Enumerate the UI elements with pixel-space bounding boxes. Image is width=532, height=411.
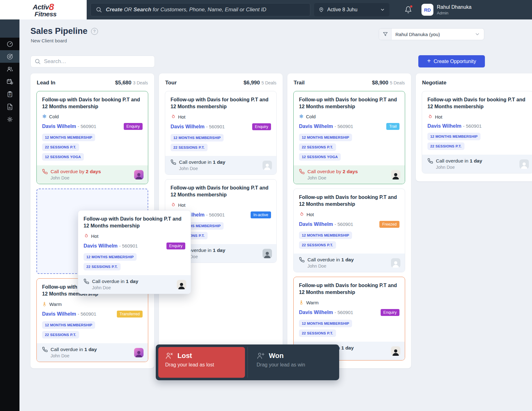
temperature-label: Hot — [178, 202, 185, 208]
call-status-text: Call overdue by 2 days — [307, 169, 358, 174]
opportunity-card[interactable]: Follow-up with Davis for booking P.T and… — [165, 91, 277, 175]
opportunity-card[interactable]: Follow-up with Davis for booking P.T and… — [293, 189, 405, 272]
temperature-indicator: ❄Cold — [42, 114, 143, 119]
app-logo: Activ8 Fitness — [0, 0, 87, 19]
contact-id: - 560901 — [119, 243, 138, 248]
snowflake-icon: ❄ — [42, 114, 46, 119]
membership-tag: 22 SESSIONS P.T. — [299, 329, 336, 337]
tags-list: 12 MONTHS MEMBERSHIP22 SESSIONS P.T. — [299, 232, 399, 249]
contact-id: - 560901 — [78, 311, 96, 317]
contact-name-link[interactable]: Davis Wilhelm — [427, 123, 461, 129]
card-owner: John Doe — [51, 175, 143, 180]
temperature-label: Hot — [178, 114, 185, 120]
contact-name-link[interactable]: Davis Wilhelm — [42, 311, 76, 317]
chevron-down-icon — [380, 7, 385, 12]
card-title: Follow-up with Davis for booking P.T and… — [299, 282, 399, 296]
temperature-label: Cold — [49, 114, 59, 119]
call-status: Call overdue by 2 days — [42, 169, 143, 174]
tags-list: 12 MONTHS MEMBERSHIP22 SESSIONS P.T. — [171, 134, 271, 151]
column-title: Tour — [165, 80, 177, 86]
notification-dot — [410, 5, 412, 8]
card-footer: Call overdue in 1 dayJohn Doe — [78, 275, 191, 294]
user-role: Admin — [437, 11, 471, 15]
membership-tag: 22 SESSIONS P.T. — [84, 263, 121, 270]
flame-icon — [299, 211, 304, 217]
location-pin-icon — [318, 7, 324, 13]
membership-tag: 12 MONTHS MEMBERSHIP — [42, 134, 95, 141]
contact-avatar — [391, 346, 400, 356]
contact-row: Davis Wilhelm- 560901Trail — [299, 123, 399, 130]
contact-avatar — [177, 280, 186, 289]
contact-name-link[interactable]: Davis Wilhelm — [171, 124, 204, 129]
flame-icon — [171, 114, 176, 120]
membership-tag: 12 MONTHS MEMBERSHIP — [84, 253, 137, 261]
contact-name-link[interactable]: Davis Wilhelm — [84, 243, 117, 248]
membership-tag: 12 MONTHS MEMBERSHIP — [42, 321, 95, 329]
membership-tag: 12 MONTHS MEMBERSHIP — [171, 134, 224, 141]
contact-row: Davis Wilhelm- 560901Enquiry — [171, 123, 271, 130]
global-search-field[interactable]: Create OR Search for Customers, Phone, N… — [90, 3, 310, 16]
activ8-fitness-logo: Activ8 Fitness — [30, 3, 57, 17]
owner-filter-dropdown[interactable]: Rahul Dhanuka (you) — [379, 28, 484, 40]
contact-name-link[interactable]: Davis Wilhelm — [299, 124, 333, 129]
phone-icon — [299, 169, 305, 174]
pipeline-column-negotiate: NegotiateFollow-up with Davis for bookin… — [416, 73, 532, 181]
phone-icon — [84, 279, 89, 284]
opportunity-card[interactable]: Follow-up with Davis for booking P.T and… — [36, 91, 148, 184]
create-opportunity-button[interactable]: + Create Opportunity — [418, 55, 485, 67]
person-add-icon — [257, 352, 265, 360]
contact-avatar — [134, 348, 144, 357]
won-subtitle: Drag your lead as win — [257, 362, 334, 368]
help-icon[interactable]: ? — [91, 28, 98, 35]
top-bar: Activ8 Fitness Create OR Search for Cust… — [0, 0, 532, 19]
pipeline-column-trail: Trail$8,9005 DealsFollow-up with Davis f… — [287, 73, 411, 368]
lost-drop-target[interactable]: Lost Drag your lead as lost — [158, 347, 245, 378]
plus-icon: + — [427, 57, 431, 65]
search-icon — [96, 7, 102, 13]
card-owner: John Doe — [51, 353, 143, 358]
call-status-text: Call overdue in 1 day — [179, 159, 225, 165]
card-footer: Call overdue in 1 dayJohn Doe — [294, 254, 405, 272]
location-selector[interactable]: Active 8 Juhu — [314, 3, 389, 16]
card-title: Follow-up with Davis for booking P.T and… — [299, 96, 399, 110]
contact-row: Davis Wilhelm- 560901Enquiry — [299, 309, 399, 316]
sidebar-item-clients[interactable] — [0, 63, 19, 75]
opportunity-card[interactable]: Follow-up with Davis for booking P.T and… — [293, 91, 405, 184]
board-search-input[interactable] — [44, 58, 151, 65]
column-header: Lead In$5,6803 Deals — [36, 78, 148, 91]
won-drop-target[interactable]: Won Drag your lead as win — [247, 347, 337, 378]
column-header: Trail$8,9005 Deals — [293, 78, 405, 91]
contact-name-link[interactable]: Davis Wilhelm — [299, 310, 333, 315]
sidebar-item-reports-icon — [6, 103, 14, 110]
thermometer-icon — [299, 300, 304, 305]
sidebar-item-reports[interactable] — [0, 100, 19, 113]
column-deals-count: 3 Deals — [133, 80, 148, 85]
temperature-indicator: Hot — [84, 233, 185, 239]
temperature-indicator: Hot — [171, 202, 271, 208]
call-status-text: Call overdue by 2 days — [51, 169, 101, 174]
contact-name-link[interactable]: Davis Wilhelm — [299, 222, 333, 227]
call-status: Call overdue in 1 day — [84, 279, 186, 284]
sidebar-item-billing-icon: $ — [6, 91, 14, 98]
notifications-button[interactable] — [404, 6, 412, 13]
membership-tag: 22 SESSIONS P.T. — [42, 331, 79, 339]
contact-name-link[interactable]: Davis Wilhelm — [42, 124, 76, 129]
dragged-opportunity-card[interactable]: Follow-up with Davis for booking P.T and… — [78, 210, 191, 294]
user-menu[interactable]: RD Rahul Dhanuka Admin — [421, 4, 471, 16]
temperature-label: Hot — [435, 114, 442, 120]
tags-list: 12 MONTHS MEMBERSHIP22 SESSIONS P.T. — [427, 133, 528, 150]
sidebar-item-dashboard[interactable] — [0, 38, 19, 50]
card-title: Follow-up with Davis for booking P.T and… — [299, 194, 399, 208]
sidebar-item-billing[interactable]: $ — [0, 88, 19, 100]
sidebar-item-settings[interactable] — [0, 113, 19, 125]
temperature-indicator: Hot — [171, 114, 271, 120]
sidebar-item-schedule[interactable] — [0, 75, 19, 88]
column-header: Negotiate — [422, 78, 532, 91]
temperature-indicator: Hot — [427, 114, 528, 120]
sidebar-item-settings-icon — [6, 116, 14, 123]
location-label: Active 8 Juhu — [327, 7, 377, 13]
sidebar-item-dashboard-icon — [6, 40, 14, 48]
opportunity-card[interactable]: Follow-up with Davis for booking P.T and… — [422, 91, 532, 173]
card-body: Follow-up with Davis for booking P.T and… — [37, 91, 148, 163]
sidebar-item-sales-pipeline[interactable] — [0, 50, 19, 63]
